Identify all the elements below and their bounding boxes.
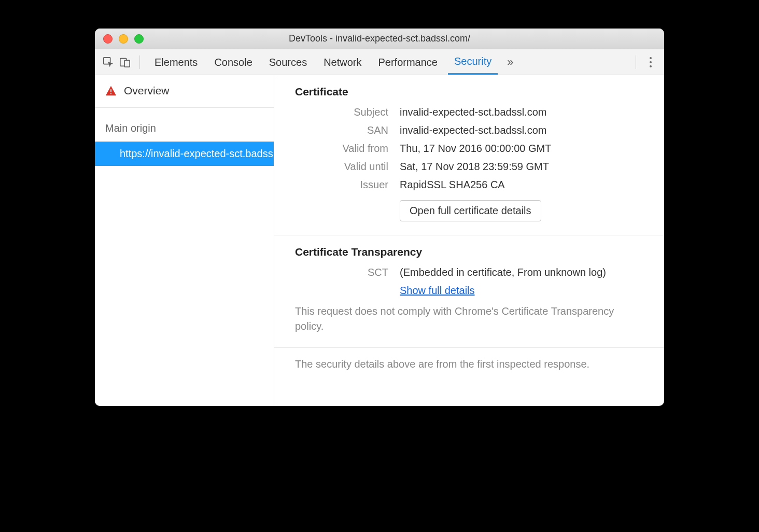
toolbar: Elements Console Sources Network Perform… <box>95 49 664 75</box>
tab-performance[interactable]: Performance <box>372 50 444 75</box>
sidebar-item-overview[interactable]: Overview <box>95 75 274 108</box>
ct-noncompliance-note: This request does not comply with Chrome… <box>295 304 643 334</box>
svg-rect-4 <box>110 93 111 94</box>
footer-note: The security details above are from the … <box>274 348 664 381</box>
window-title: DevTools - invalid-expected-sct.badssl.c… <box>95 33 664 44</box>
sct-label: SCT <box>295 267 388 278</box>
subject-value: invalid-expected-sct.badssl.com <box>400 106 643 118</box>
sidebar: Overview Main origin https://invalid-exp… <box>95 75 274 406</box>
show-full-details-link[interactable]: Show full details <box>400 285 475 296</box>
certificate-title: Certificate <box>295 86 643 98</box>
tab-console[interactable]: Console <box>208 50 258 75</box>
tab-network[interactable]: Network <box>317 50 368 75</box>
certificate-section: Certificate Subjectinvalid-expected-sct.… <box>274 75 664 235</box>
warning-triangle-icon <box>105 85 117 96</box>
sct-value: (Embedded in certificate, From unknown l… <box>400 267 643 278</box>
devtools-window: DevTools - invalid-expected-sct.badssl.c… <box>95 29 664 406</box>
valid-from-value: Thu, 17 Nov 2016 00:00:00 GMT <box>400 143 643 155</box>
close-icon[interactable] <box>103 34 113 44</box>
svg-rect-2 <box>124 60 130 67</box>
valid-from-label: Valid from <box>295 143 388 155</box>
valid-until-label: Valid until <box>295 161 388 173</box>
issuer-label: Issuer <box>295 179 388 191</box>
ct-section: Certificate Transparency SCT(Embedded in… <box>274 235 664 348</box>
overview-label: Overview <box>124 85 170 97</box>
origin-url: https://invalid-expected-sct.badssl.com <box>120 148 274 160</box>
maximize-icon[interactable] <box>134 34 144 44</box>
svg-rect-3 <box>110 89 111 92</box>
minimize-icon[interactable] <box>119 34 128 44</box>
main-panel: Certificate Subjectinvalid-expected-sct.… <box>274 75 664 406</box>
valid-until-value: Sat, 17 Nov 2018 23:59:59 GMT <box>400 161 643 173</box>
issuer-value: RapidSSL SHA256 CA <box>400 179 643 191</box>
subject-label: Subject <box>295 106 388 118</box>
tab-elements[interactable]: Elements <box>148 50 204 75</box>
san-label: SAN <box>295 124 388 136</box>
titlebar: DevTools - invalid-expected-sct.badssl.c… <box>95 29 664 49</box>
separator <box>636 55 636 69</box>
sidebar-section-label: Main origin <box>95 108 274 142</box>
menu-icon[interactable] <box>644 57 657 67</box>
inspect-icon[interactable] <box>102 56 115 68</box>
panel-body: Overview Main origin https://invalid-exp… <box>95 75 664 406</box>
san-value: invalid-expected-sct.badssl.com <box>400 124 643 136</box>
tab-sources[interactable]: Sources <box>263 50 313 75</box>
traffic-lights <box>95 34 144 44</box>
device-toggle-icon[interactable] <box>119 56 131 68</box>
more-tabs-icon[interactable]: » <box>502 55 518 69</box>
open-certificate-details-button[interactable]: Open full certificate details <box>400 200 541 221</box>
sidebar-item-origin[interactable]: https://invalid-expected-sct.badssl.com <box>95 142 274 166</box>
ct-title: Certificate Transparency <box>295 246 643 258</box>
separator <box>139 55 140 69</box>
tab-security[interactable]: Security <box>448 50 498 75</box>
